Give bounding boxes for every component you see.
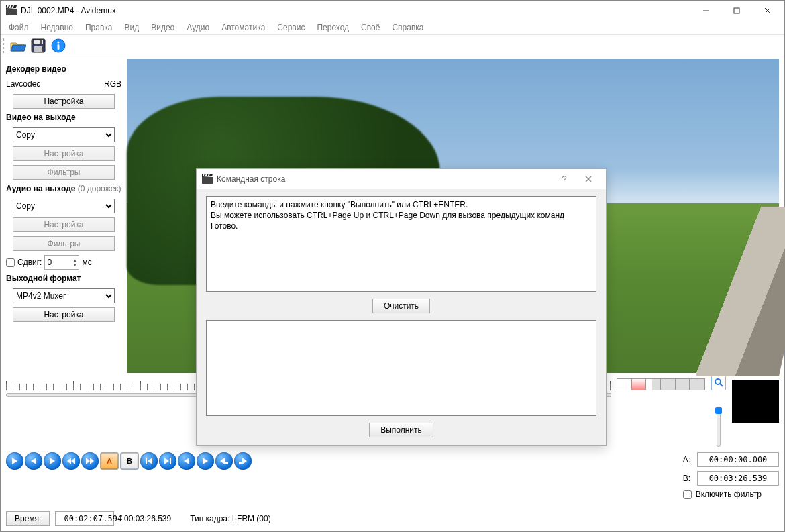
svg-rect-28 (170, 458, 171, 464)
menu-help[interactable]: Справка (386, 21, 429, 34)
dialog-help-button[interactable]: ? (552, 170, 576, 189)
marker-a-label: A: (683, 455, 690, 464)
minimize-button[interactable] (690, 1, 721, 21)
svg-marker-29 (184, 458, 189, 464)
input-textbox[interactable] (206, 320, 596, 416)
menu-video[interactable]: Видео (146, 21, 180, 34)
menu-service[interactable]: Сервис (272, 21, 310, 34)
shift-unit: мс (82, 258, 91, 267)
svg-rect-11 (34, 46, 42, 52)
svg-point-16 (715, 379, 721, 384)
enable-filter-checkbox[interactable] (683, 490, 692, 499)
menu-auto[interactable]: Автоматика (216, 21, 270, 34)
format-heading: Выходной формат (6, 274, 121, 283)
zoom-column (711, 376, 727, 447)
next-cut-button[interactable] (197, 452, 214, 470)
time-label: Время: (6, 511, 50, 526)
menu-audio[interactable]: Аудио (181, 21, 215, 34)
status-row: Время: 00:02:07.594 / 00:03:26.539 Тип к… (6, 511, 779, 526)
svg-rect-25 (146, 458, 147, 464)
svg-marker-19 (31, 458, 36, 464)
decoder-heading: Декодер видео (6, 64, 121, 74)
decoder-configure-button[interactable]: Настройка (13, 94, 115, 109)
svg-rect-35 (202, 177, 213, 184)
menu-recent[interactable]: Недавно (36, 21, 78, 34)
shift-value-input[interactable]: 0▴▾ (44, 255, 79, 270)
shift-checkbox[interactable] (6, 258, 15, 267)
info-button[interactable] (49, 36, 68, 55)
audio-out-heading: Аудио на выходе (0 дорожек) (6, 184, 121, 193)
video-out-select[interactable]: Copy (13, 127, 115, 142)
prev-frame-button[interactable] (25, 452, 42, 470)
dialog-icon (202, 174, 213, 184)
svg-marker-26 (148, 458, 152, 464)
svg-rect-33 (239, 462, 242, 464)
clear-button[interactable]: Очистить (372, 299, 430, 313)
set-marker-b-button[interactable]: B (120, 452, 139, 470)
svg-marker-34 (242, 458, 247, 464)
menu-edit[interactable]: Правка (80, 21, 118, 34)
time-value[interactable]: 00:02:07.594 (55, 511, 114, 526)
titlebar: DJI_0002.MP4 - Avidemux (1, 1, 784, 21)
svg-rect-6 (734, 8, 739, 13)
svg-rect-32 (225, 462, 228, 464)
open-button[interactable] (9, 36, 28, 55)
menu-file[interactable]: Файл (3, 21, 34, 34)
format-configure-button[interactable]: Настройка (13, 307, 115, 322)
playback-controls: A B (6, 452, 252, 470)
set-marker-a-button[interactable]: A (100, 452, 119, 470)
marker-b-value[interactable]: 00:03:26.539 (697, 471, 779, 486)
next-black-button[interactable] (234, 452, 252, 470)
next-frame-button[interactable] (44, 452, 61, 470)
svg-marker-27 (164, 458, 169, 464)
dialog-title: Командная строка (217, 174, 285, 184)
total-time: / 00:03:26.539 (119, 514, 171, 523)
shift-label: Сдвиг: (17, 258, 42, 267)
svg-marker-21 (67, 458, 71, 464)
video-configure-button: Настройка (13, 146, 115, 161)
prev-cut-button[interactable] (178, 452, 195, 470)
spinner-icon[interactable]: ▴▾ (74, 258, 76, 267)
command-line-dialog: Командная строка ? Введите команды и наж… (196, 168, 607, 446)
play-button[interactable] (6, 452, 23, 470)
svg-marker-30 (203, 458, 208, 464)
prev-keyframe-button[interactable] (62, 452, 80, 470)
menu-custom[interactable]: Своё (356, 21, 385, 34)
svg-marker-24 (90, 458, 94, 464)
svg-marker-22 (71, 458, 75, 464)
decoder-mode: RGB (104, 79, 121, 89)
dialog-close-button[interactable] (576, 170, 600, 189)
run-button[interactable]: Выполнить (369, 423, 433, 437)
goto-end-button[interactable] (159, 452, 176, 470)
menubar: Файл Недавно Правка Вид Видео Аудио Авто… (1, 21, 784, 35)
svg-marker-18 (12, 458, 17, 464)
video-out-heading: Видео на выходе (6, 113, 121, 122)
dialog-titlebar: Командная строка ? (197, 169, 606, 189)
marker-info: A:00:00:00.000 B:00:03:26.539 Включить ф… (683, 452, 779, 499)
next-keyframe-button[interactable] (81, 452, 99, 470)
audio-out-select[interactable]: Copy (13, 199, 115, 213)
prev-black-button[interactable] (215, 452, 233, 470)
toolbar (1, 35, 784, 56)
marker-a-value[interactable]: 00:00:00.000 (697, 452, 779, 467)
format-select[interactable]: MP4v2 Muxer (13, 288, 115, 303)
svg-rect-12 (40, 40, 42, 44)
output-textbox[interactable]: Введите команды и нажмите кнопку "Выполн… (206, 196, 596, 292)
goto-start-button[interactable] (140, 452, 158, 470)
save-button[interactable] (29, 36, 48, 55)
enable-filter-label: Включить фильтр (696, 490, 762, 499)
menu-go[interactable]: Переход (311, 21, 354, 34)
close-button[interactable] (752, 1, 783, 21)
svg-marker-31 (220, 458, 225, 464)
toolbar-separator (3, 38, 6, 53)
svg-marker-20 (50, 458, 55, 464)
frame-type: Тип кадра: I-FRM (00) (190, 514, 271, 523)
maximize-button[interactable] (721, 1, 752, 21)
zoom-slider[interactable] (717, 407, 721, 447)
mini-strip (617, 378, 705, 390)
menu-view[interactable]: Вид (119, 21, 145, 34)
zoom-reset-button[interactable] (711, 376, 726, 390)
zoom-thumb[interactable] (715, 407, 722, 414)
svg-rect-0 (6, 9, 17, 15)
svg-rect-15 (58, 44, 60, 50)
